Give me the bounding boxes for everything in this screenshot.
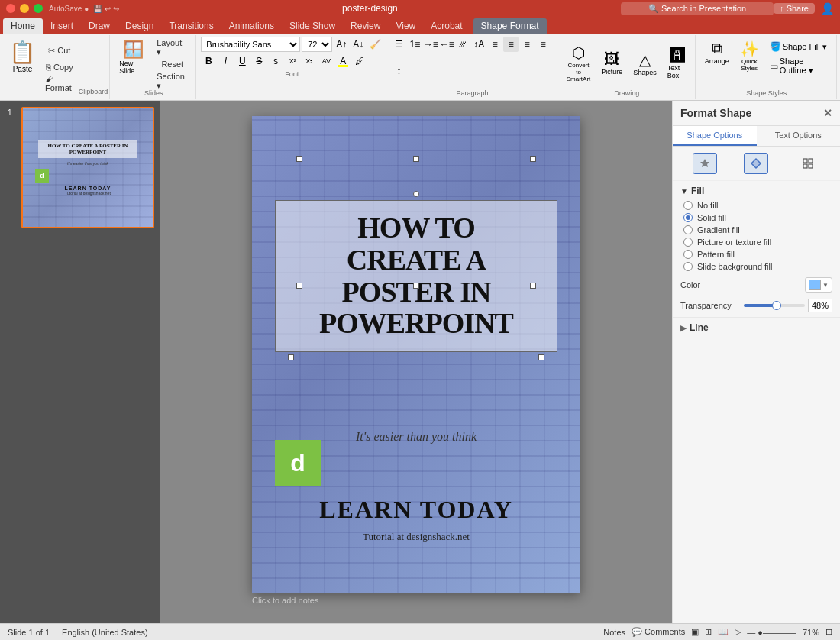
resize-handle-tr[interactable] [530,283,536,289]
paste-button[interactable]: 📋 Paste [5,37,40,97]
shape-outline-button[interactable]: ▭ Shape Outline ▾ [765,55,833,77]
canvas-area[interactable]: HOW TOCREATE APOSTER INPOWERPOINT It's e… [160,101,672,623]
user-icon[interactable]: 👤 [821,2,834,15]
fill-icon-button[interactable] [744,153,768,174]
pattern-fill-radio[interactable] [683,250,693,259]
resize-handle-mr[interactable] [538,354,544,360]
highlight-button[interactable]: 🖊 [352,53,367,69]
textbox-button[interactable]: 🅰 Text Box [663,44,692,82]
save-icon[interactable]: 💾 ↩ ↪ [93,5,119,13]
clear-format-button[interactable]: 🧹 [367,37,383,52]
copy-button[interactable]: ⎘ Copy [42,60,77,75]
solid-fill-radio[interactable] [683,213,693,222]
slide-bg-fill-radio[interactable] [683,262,693,271]
line-spacing-button[interactable]: ↕ [391,63,406,79]
resize-handle-tm[interactable] [413,283,419,289]
numbering-button[interactable]: 1≡ [407,37,422,52]
pattern-fill-option[interactable]: Pattern fill [683,250,832,259]
resize-handle-bm[interactable] [413,156,419,162]
columns-button[interactable]: ⫻ [455,37,470,52]
fill-section-header[interactable]: ▼ Fill [680,186,832,196]
format-painter-button[interactable]: 🖌 Format [42,76,77,91]
strikethrough-button[interactable]: S [251,53,267,69]
tab-transitions[interactable]: Transitions [161,18,221,34]
no-fill-radio[interactable] [683,201,693,210]
slide-bg-fill-option[interactable]: Slide background fill [683,262,832,271]
align-right-button[interactable]: ≡ [519,37,535,52]
increase-font-button[interactable]: A↑ [334,37,349,52]
no-fill-option[interactable]: No fill [683,201,832,210]
align-left-button[interactable]: ≡ [487,37,502,52]
font-color-button[interactable]: A [335,53,351,69]
close-button[interactable] [6,4,15,13]
picture-button[interactable]: 🖼 Picture [596,47,627,79]
shape-fill-button[interactable]: 🪣 Shape Fill ▾ [765,40,833,53]
convert-smartart-button[interactable]: ⬡ Convert toSmartArt [562,40,596,86]
comments-button[interactable]: 💬 Comments [632,627,685,637]
color-picker-button[interactable]: ▼ [805,277,832,293]
resize-handle-bl[interactable] [296,156,302,162]
view-slide-sorter-button[interactable]: ⊞ [705,627,712,637]
view-normal-button[interactable]: ▣ [691,627,699,637]
transparency-slider[interactable] [744,304,805,307]
main-text-box[interactable]: HOW TOCREATE APOSTER INPOWERPOINT [275,200,557,352]
align-center-button[interactable]: ≡ [503,37,519,52]
fit-window-button[interactable]: ⊡ [825,627,832,637]
tab-design[interactable]: Design [118,18,161,34]
char-spacing-button[interactable]: AV [318,53,334,69]
cut-button[interactable]: ✂ Cut [42,44,77,59]
format-panel-close-button[interactable]: ✕ [823,107,832,119]
transparency-value[interactable]: 48% [808,299,832,312]
tab-draw[interactable]: Draw [81,18,118,34]
indent-less-button[interactable]: ←≡ [439,37,454,52]
slide-canvas[interactable]: HOW TOCREATE APOSTER INPOWERPOINT It's e… [252,116,580,593]
bullets-button[interactable]: ☰ [391,37,406,52]
justify-button[interactable]: ≡ [535,37,551,52]
layout-button[interactable]: Layout ▾ [153,40,191,55]
tab-acrobat[interactable]: Acrobat [423,18,470,34]
quick-styles-button[interactable]: ✨ QuickStyles [735,37,764,75]
font-size-select[interactable]: 72 [302,37,332,52]
shapes-button[interactable]: △ Shapes [628,47,661,79]
notes-button[interactable]: Notes [603,628,625,637]
slide-thumbnail[interactable]: HOW TO CREATE A POSTER IN POWERPOINT It'… [21,107,154,228]
resize-handle-tl[interactable] [296,283,302,289]
shadow-button[interactable]: s̲ [268,53,283,69]
tab-text-options[interactable]: Text Options [757,126,841,146]
bold-button[interactable]: B [201,53,216,69]
italic-button[interactable]: I [218,53,233,69]
tab-view[interactable]: View [388,18,423,34]
gradient-fill-option[interactable]: Gradient fill [683,225,832,234]
superscript-button[interactable]: X² [285,53,300,69]
resize-handle-ml[interactable] [288,354,294,360]
text-direction-button[interactable]: ↕A [471,37,486,52]
canvas-notes[interactable]: Click to add notes [252,593,580,608]
rotate-handle[interactable] [413,191,419,197]
underline-button[interactable]: U [234,53,250,69]
tab-animations[interactable]: Animations [221,18,282,34]
layout-icon-button[interactable] [796,153,820,174]
solid-fill-option[interactable]: Solid fill [683,213,832,222]
zoom-slider[interactable]: — ●———— [747,628,796,637]
tab-shape-format[interactable]: Shape Format [473,18,547,34]
new-slide-button[interactable]: 🪟 New Slide [116,37,150,78]
tutorial-text[interactable]: Tutorial at designshack.net [252,531,580,543]
resize-handle-br[interactable] [530,156,536,162]
learn-today-text[interactable]: LEARN TODAY [252,496,580,524]
maximize-button[interactable] [34,4,43,13]
picture-fill-option[interactable]: Picture or texture fill [683,238,832,247]
tab-slideshow[interactable]: Slide Show [282,18,343,34]
view-reading-button[interactable]: 📖 [718,627,729,637]
picture-fill-radio[interactable] [683,238,693,247]
reset-button[interactable]: Reset [153,57,191,72]
view-slideshow-button[interactable]: ▷ [735,627,741,637]
share-button[interactable]: ↑ Share [774,3,815,14]
minimize-button[interactable] [20,4,29,13]
tab-review[interactable]: Review [343,18,388,34]
tab-insert[interactable]: Insert [43,18,81,34]
subscript-button[interactable]: X₂ [302,53,317,69]
effects-icon-button[interactable] [693,153,717,174]
font-family-select[interactable]: Brushability Sans [201,37,300,52]
tab-shape-options[interactable]: Shape Options [673,126,757,146]
arrange-button[interactable]: ⧉ Arrange [700,37,734,68]
